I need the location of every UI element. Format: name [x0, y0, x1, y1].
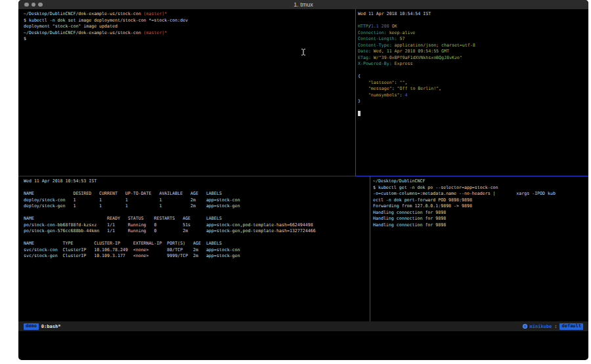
- terminal-line: -o=custom-columns=:metadata.name --no-he…: [373, 191, 588, 197]
- window-label[interactable]: 0:bash*: [41, 324, 61, 329]
- terminal-line: Wed 11 Apr 2018 10:54:53 IST: [24, 178, 370, 185]
- terminal-text-segment: HTTP: [358, 24, 368, 29]
- terminal-text-segment: deployment "stock-con" image updated: [24, 24, 118, 29]
- terminal-text-segment: Handling connection for 9898: [373, 222, 446, 228]
- context-separator: :: [554, 324, 557, 329]
- terminal-line: [24, 235, 370, 241]
- terminal-line: }: [358, 98, 588, 105]
- terminal-line: Content-Length: 57: [358, 36, 588, 43]
- terminal-line: [358, 68, 588, 74]
- terminal-text-segment: 4: [405, 92, 407, 98]
- terminal-line: $ kubectl -n dok set image deployment/st…: [24, 18, 355, 24]
- terminal-text-segment: "lastseen": [368, 80, 395, 85]
- terminal-text-segment: $: [24, 36, 26, 41]
- terminal-text-segment: ~/Desktop/DublinCNCF/dok-example-us/stoc…: [24, 30, 141, 35]
- terminal-text-segment: NAME DESIRED CURRENT UP-TO-DATE AVAILABL…: [24, 191, 222, 196]
- terminal-text-segment: NAME TYPE CLUSTER-IP EXTERNAL-IP PORT(S)…: [24, 241, 222, 246]
- terminal-line: $: [24, 36, 355, 43]
- terminal-line: Content-Type: application/json; charset=…: [358, 43, 588, 49]
- terminal-text-segment: Handling connection for 9898: [373, 210, 446, 215]
- terminal-line: ectl -n dok port-forward POD 9898:9898: [373, 197, 588, 204]
- terminal-text-segment: "": [400, 80, 405, 85]
- terminal-text-segment: "Off to Berlin!": [397, 86, 439, 91]
- kube-namespace-badge: default: [559, 323, 583, 330]
- window-title: 1. tmux: [18, 1, 588, 8]
- terminal-window: 1. tmux ~/Desktop/DublinCNCF/dok-example…: [18, 0, 588, 360]
- terminal-text-segment: Content-Length:: [358, 36, 397, 41]
- terminal-text-segment: Wed 11 Apr 2018 10:54:54 IST: [358, 11, 431, 16]
- terminal-line: ~/Desktop/DublinCNCF: [373, 178, 588, 185]
- terminal-text-segment: Wed, 11 Apr 2018 09:54:55 GMT: [371, 49, 449, 54]
- terminal-line: "message": "Off to Berlin!",: [358, 86, 588, 92]
- terminal-text-segment: 57: [397, 36, 405, 41]
- terminal-text-segment: application/json; charset=utf-8: [392, 43, 475, 48]
- terminal-text-segment: Forwarding from 127.0.0.1:9898 -> 9898: [373, 203, 472, 209]
- terminal-text-segment: svc/stock-con ClusterIP 10.106.78.249 <n…: [24, 247, 240, 253]
- terminal-text-segment: deploy/stock-gen 1 1 1 1 2m app=stock-ge…: [24, 203, 240, 209]
- terminal-text-segment: ~/Desktop/DublinCNCF: [373, 178, 425, 184]
- terminal-text-segment: [358, 86, 368, 91]
- terminal-text-segment: Connection:: [358, 30, 387, 35]
- terminal-text-segment: $ kubectl get -n dok po --selector=app=s…: [373, 185, 498, 190]
- terminal-line: deploy/stock-gen 1 1 1 1 2m app=stock-ge…: [24, 203, 370, 210]
- terminal-text-segment: "numsymbols": [368, 92, 400, 98]
- terminal-line: Connection: keep-alive: [358, 30, 588, 37]
- terminal-text-segment: Content-Type:: [358, 43, 392, 48]
- terminal-text-segment: OK: [392, 24, 397, 29]
- terminal-line: $ kubectl get -n dok po --selector=app=s…: [373, 185, 588, 192]
- terminal-line: Handling connection for 9898: [373, 222, 588, 229]
- kubernetes-icon: [523, 324, 527, 329]
- terminal-line: Date: Wed, 11 Apr 2018 09:54:55 GMT: [358, 49, 588, 55]
- terminal-text-segment: po/stock-con-bb68f88fd-kzsxz 1/1 Running…: [24, 222, 313, 228]
- terminal-line: "lastseen": "",: [358, 80, 588, 87]
- terminal-text-segment: Wed 11 Apr 2018 10:54:53 IST: [24, 178, 97, 184]
- terminal-line: ~/Desktop/DublinCNCF/dok-example-us/stoc…: [24, 30, 355, 37]
- terminal-text-segment: -o=custom-columns=:metadata.name --no-he…: [373, 191, 556, 196]
- terminal-text-segment: ,: [439, 86, 441, 91]
- terminal-line: [358, 105, 588, 111]
- terminal-line: {: [358, 73, 588, 80]
- pane-bottom-left-kubectl-watch[interactable]: Wed 11 Apr 2018 10:54:53 ISTNAME DESIRED…: [18, 176, 370, 321]
- terminal-text-segment: keep-alive: [387, 30, 416, 35]
- terminal-line: po/stock-gen-576cc688bb-44kmn 1/1 Runnin…: [24, 228, 370, 235]
- terminal-text-segment: po/stock-gen-576cc688bb-44kmn 1/1 Runnin…: [24, 228, 316, 233]
- terminal-text-segment: {: [358, 73, 361, 79]
- mouse-ibeam-cursor-icon: [301, 49, 306, 56]
- terminal-text-segment: W/"39-0xBPf9aF1dXVNkhsxoBQgJ8vKzo": [371, 55, 462, 60]
- terminal-text-segment: :: [392, 86, 397, 91]
- terminal-text-segment: deploy/stock-con 1 1 1 1 2m app=stock-co…: [24, 197, 240, 203]
- terminal-line: HTTP/1.1 200 OK: [358, 24, 588, 30]
- terminal-line: svc/stock-gen ClusterIP 10.109.3.177 <no…: [24, 253, 370, 260]
- terminal-line: Wed 11 Apr 2018 10:54:54 IST: [358, 11, 588, 18]
- terminal-text-segment: 1.1: [371, 24, 379, 29]
- minimize-button[interactable]: [32, 3, 36, 7]
- close-button[interactable]: [24, 3, 29, 7]
- terminal-line: X-Powered-By: Express: [358, 61, 588, 68]
- terminal-line: [24, 185, 370, 192]
- terminal-text-segment: [358, 92, 368, 98]
- terminal-line: NAME READY STATUS RESTARTS AGE LABELS: [24, 216, 370, 222]
- terminal-line: deploy/stock-con 1 1 1 1 2m app=stock-co…: [24, 197, 370, 204]
- terminal-line: ~/Desktop/DublinCNCF/dok-example-us/stoc…: [24, 11, 355, 18]
- terminal-text-segment: Express: [392, 61, 413, 66]
- pane-bottom-right-port-forward[interactable]: ~/Desktop/DublinCNCF$ kubectl get -n dok…: [370, 176, 588, 321]
- terminal-text-segment: ETag:: [358, 55, 371, 60]
- terminal-line: NAME DESIRED CURRENT UP-TO-DATE AVAILABL…: [24, 191, 370, 197]
- terminal-text-segment: "message": [368, 86, 392, 91]
- kube-context-label: minikube: [530, 324, 552, 329]
- block-cursor: [358, 111, 361, 116]
- pane-top-right-http-watch[interactable]: Wed 11 Apr 2018 10:54:54 ISTHTTP/1.1 200…: [356, 9, 588, 176]
- terminal-text-segment: (master)*: [141, 30, 167, 35]
- terminal-text-segment: ,: [405, 80, 408, 85]
- titlebar[interactable]: 1. tmux: [18, 0, 588, 9]
- terminal-line: Handling connection for 9898: [373, 216, 588, 222]
- terminal-text-segment: [358, 80, 368, 85]
- status-right: minikube : default: [523, 323, 583, 330]
- terminal-line: po/stock-con-bb68f88fd-kzsxz 1/1 Running…: [24, 222, 370, 229]
- zoom-button[interactable]: [38, 3, 43, 7]
- terminal-text-segment: 200: [382, 24, 389, 29]
- terminal-line: [358, 111, 588, 117]
- pane-top-left-shell[interactable]: ~/Desktop/DublinCNCF/dok-example-us/stoc…: [18, 9, 355, 176]
- terminal-text-segment: Handling connection for 9898: [373, 216, 446, 221]
- terminal-line: svc/stock-con ClusterIP 10.106.78.249 <n…: [24, 247, 370, 254]
